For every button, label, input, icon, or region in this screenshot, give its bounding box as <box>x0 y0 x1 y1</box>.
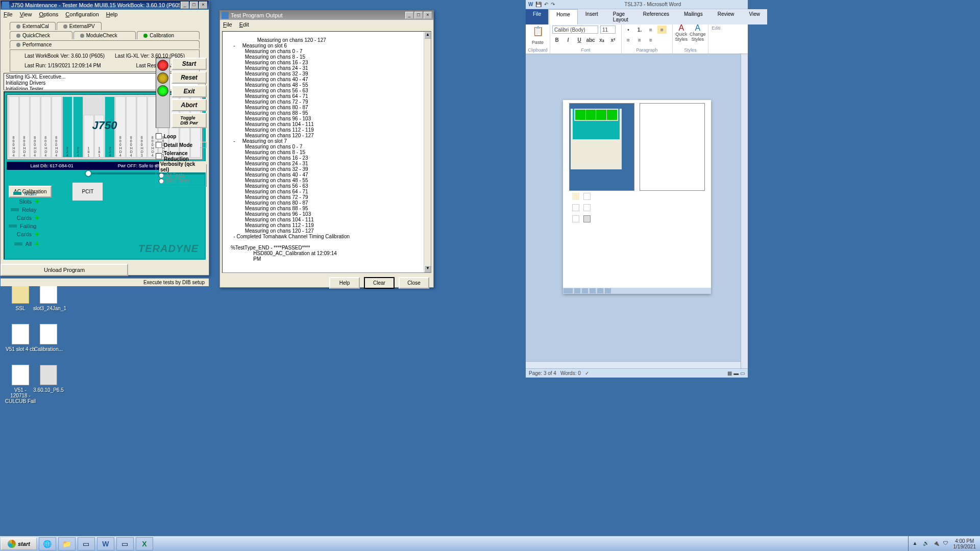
tab-references[interactable]: References <box>636 9 676 24</box>
tab-modulecheck[interactable]: ModuleCheck <box>74 31 136 39</box>
minimize-button[interactable]: _ <box>405 12 413 19</box>
tab-externalcal[interactable]: ExternalCal <box>10 22 56 30</box>
radio-all[interactable]: All Tests <box>159 172 204 178</box>
tab-externalpv[interactable]: ExternalPV <box>57 22 102 30</box>
toggle-dib-button[interactable]: Toggle DIB Pwr <box>172 113 207 128</box>
underline-button[interactable]: U <box>575 36 584 44</box>
proofing-icon[interactable]: ✓ <box>585 370 589 376</box>
close-button[interactable]: × <box>199 2 207 9</box>
align-center-button[interactable]: ≡ <box>624 36 633 44</box>
tray-icon[interactable]: 🔊 <box>923 540 930 547</box>
multilevel-button[interactable]: ≡ <box>646 26 655 34</box>
menu-file[interactable]: File <box>223 21 232 28</box>
numbering-button[interactable]: 1. <box>635 26 644 34</box>
taskbar-explorer[interactable]: 📁 <box>58 537 76 550</box>
taskbar-app[interactable]: ▭ <box>116 537 134 550</box>
tray-icon[interactable]: ▲ <box>913 540 920 547</box>
plus-icon[interactable]: + <box>35 213 39 222</box>
tray-icon[interactable]: 🔌 <box>933 540 940 547</box>
menu-options[interactable]: Options <box>39 11 58 17</box>
desktop-icon-file[interactable]: V51 slot 4 cb <box>5 324 36 352</box>
plus-icon[interactable]: + <box>35 197 39 206</box>
reset-button[interactable]: Reset <box>172 71 207 84</box>
loop-checkbox[interactable]: Loop <box>156 133 207 139</box>
bullets-button[interactable]: • <box>624 26 633 34</box>
tab-home[interactable]: Home <box>549 9 578 24</box>
clock[interactable]: 4:00 PM1/19/2021 <box>953 538 976 549</box>
tab-view[interactable]: View <box>742 9 767 24</box>
align-justify-button[interactable]: ≡ <box>646 36 655 44</box>
menu-file[interactable]: File <box>4 11 13 17</box>
redo-icon[interactable]: ↷ <box>551 2 555 7</box>
desktop-icon-file[interactable]: V51 - 120718 - CULCUB Fail <box>5 365 36 404</box>
output-text[interactable]: Measuring on chans 120 - 127 - Measuring… <box>222 31 431 273</box>
taskbar-ie[interactable]: 🌐 <box>39 537 56 550</box>
italic-button[interactable]: I <box>564 36 573 44</box>
plus-icon[interactable]: + <box>35 239 39 248</box>
unload-button[interactable]: Unload Program <box>1 264 128 276</box>
scroll-down-icon[interactable]: ▼ <box>424 265 431 272</box>
menu-view[interactable]: View <box>20 11 32 17</box>
desktop-icon-app[interactable]: 3.60.10_P6.5 <box>33 365 64 393</box>
menu-configuration[interactable]: Configuration <box>65 11 99 17</box>
save-icon[interactable]: 💾 <box>535 2 542 7</box>
tab-review[interactable]: Review <box>710 9 742 24</box>
desktop-icon-file[interactable]: slot3_24Jan_1 <box>33 283 64 311</box>
tab-file[interactable]: File <box>526 9 548 24</box>
tab-pagelayout[interactable]: Page Layout <box>606 9 635 24</box>
side-item[interactable]: All <box>26 241 32 247</box>
scroll-up-icon[interactable]: ▲ <box>424 32 431 39</box>
taskbar-word[interactable]: W <box>97 537 114 550</box>
h-scrollbar[interactable] <box>526 361 741 368</box>
word-titlebar[interactable]: W 💾 ↶ ↷ TSL373 - Microsoft Word <box>526 0 748 9</box>
dropdown-button[interactable] <box>200 142 207 148</box>
maximize-button[interactable]: □ <box>190 2 198 9</box>
taskbar-excel[interactable]: X <box>136 537 153 550</box>
fontsize-select[interactable]: 11 <box>600 26 616 34</box>
radio-spc[interactable]: SPC Tests <box>159 178 204 184</box>
tab-insert[interactable]: Insert <box>578 9 605 24</box>
quick-styles-button[interactable]: AQuick Styles <box>675 26 688 42</box>
minimize-button[interactable]: _ <box>181 2 189 9</box>
side-item[interactable]: Slots <box>19 198 32 205</box>
detail-checkbox[interactable]: Detail Mode <box>156 142 207 148</box>
side-item[interactable]: Relay <box>22 207 36 213</box>
change-styles-button[interactable]: AChange Styles <box>690 26 706 42</box>
side-item[interactable]: Cards <box>17 215 32 221</box>
bold-button[interactable]: B <box>552 36 561 44</box>
font-select[interactable]: Calibri (Body) <box>552 26 598 34</box>
tray-icon[interactable]: 🛡 <box>943 540 950 547</box>
clear-button[interactable]: Clear <box>364 277 395 289</box>
tab-calibration[interactable]: Calibration <box>137 31 200 39</box>
titlebar[interactable]: Test Program Output _ □ × <box>220 11 433 20</box>
side-item[interactable]: Failing <box>20 223 36 229</box>
align-left-button[interactable]: ≡ <box>657 26 667 34</box>
tab-mailings[interactable]: Mailings <box>677 9 710 24</box>
subscript-button[interactable]: x₂ <box>597 36 606 44</box>
pcit-panel[interactable]: PCIT <box>72 182 103 201</box>
tab-quickcheck[interactable]: QuickCheck <box>10 31 72 39</box>
side-item[interactable]: Main <box>24 190 37 196</box>
page-status[interactable]: Page: 3 of 4 <box>529 370 556 376</box>
close-button[interactable]: Close <box>399 277 429 289</box>
menu-edit[interactable]: Edit <box>239 21 249 28</box>
start-button[interactable]: start <box>1 538 37 550</box>
start-button[interactable]: Start <box>172 58 207 70</box>
paste-icon[interactable]: 📋 <box>532 26 544 37</box>
undo-icon[interactable]: ↶ <box>544 2 548 7</box>
abort-button[interactable]: Abort <box>172 99 207 111</box>
strike-button[interactable]: abc <box>586 36 595 44</box>
menu-help[interactable]: Help <box>106 11 118 17</box>
desktop-icon-folder[interactable]: SSL <box>5 283 36 311</box>
document-area[interactable] <box>526 54 748 368</box>
plus-icon[interactable]: + <box>35 230 39 239</box>
maximize-button[interactable]: □ <box>414 12 423 19</box>
tolerance-checkbox[interactable]: Tolerance Reduction <box>156 151 207 162</box>
close-button[interactable]: × <box>424 12 432 19</box>
side-item[interactable]: Cards <box>17 231 32 237</box>
words-status[interactable]: Words: 0 <box>560 370 581 376</box>
exit-button[interactable]: Exit <box>172 85 207 97</box>
superscript-button[interactable]: x² <box>608 36 618 44</box>
view-buttons[interactable]: ▦ ▬ ▭ <box>727 370 745 376</box>
scrollbar[interactable]: ▲▼ <box>424 32 431 272</box>
